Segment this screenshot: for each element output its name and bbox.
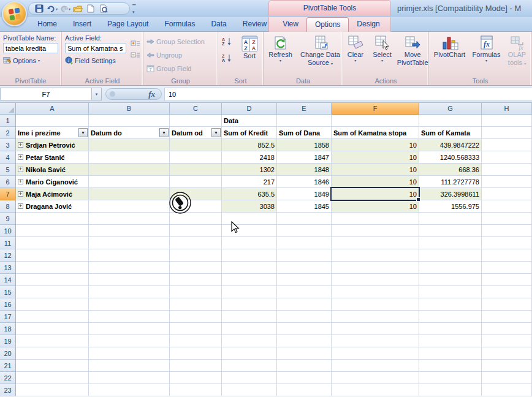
cell-D8[interactable]: 3038 <box>222 200 277 213</box>
cell-B9[interactable] <box>89 213 170 225</box>
cell-G16[interactable] <box>419 298 482 311</box>
expand-button-row3[interactable]: + <box>18 142 23 148</box>
cell-D19[interactable] <box>222 335 277 347</box>
tab-view[interactable]: View <box>275 17 306 32</box>
tab-options[interactable]: Options <box>306 17 349 32</box>
cell-G4[interactable]: 1240.568333 <box>419 151 482 164</box>
pivottable-options-button[interactable]: Options▾ <box>3 55 58 66</box>
cell-H22[interactable] <box>482 372 532 384</box>
cell-H3[interactable] <box>482 139 532 151</box>
cell-C14[interactable] <box>170 274 222 286</box>
cell-D4[interactable]: 2418 <box>222 151 277 164</box>
cell-G15[interactable] <box>419 286 482 298</box>
column-header-G[interactable]: G <box>419 103 482 115</box>
cell-C10[interactable] <box>170 225 222 237</box>
row-header-19[interactable]: 19 <box>0 335 16 347</box>
cell-A20[interactable] <box>16 347 89 360</box>
tab-insert[interactable]: Insert <box>65 17 99 32</box>
cell-G19[interactable] <box>419 335 482 347</box>
cell-B8[interactable] <box>89 200 170 213</box>
row-header-20[interactable]: 20 <box>0 347 16 360</box>
cell-G12[interactable] <box>419 249 482 262</box>
select-all-corner[interactable] <box>0 103 16 115</box>
cell-A3[interactable]: +Srdjan Petrović <box>16 139 89 151</box>
cell-E20[interactable] <box>277 347 332 360</box>
cell-A1[interactable] <box>16 115 89 127</box>
cell-C12[interactable] <box>170 249 222 262</box>
cell-B5[interactable] <box>89 164 170 176</box>
cell-F3[interactable]: 10 <box>332 139 419 151</box>
cell-H6[interactable] <box>482 176 532 188</box>
cell-F20[interactable] <box>332 347 419 360</box>
cell-B21[interactable] <box>89 360 170 372</box>
cell-H14[interactable] <box>482 274 532 286</box>
cell-B20[interactable] <box>89 347 170 360</box>
cell-C5[interactable] <box>170 164 222 176</box>
row-header-9[interactable]: 9 <box>0 213 16 225</box>
cell-E10[interactable] <box>277 225 332 237</box>
cell-A15[interactable] <box>16 286 89 298</box>
cell-F6[interactable]: 10 <box>332 176 419 188</box>
cell-H19[interactable] <box>482 335 532 347</box>
cell-E18[interactable] <box>277 323 332 335</box>
cell-B11[interactable] <box>89 237 170 249</box>
cell-H11[interactable] <box>482 237 532 249</box>
cell-A9[interactable] <box>16 213 89 225</box>
cell-H2[interactable] <box>482 127 532 139</box>
group-field-button[interactable]: 7 Group Field <box>146 62 215 74</box>
row-header-22[interactable]: 22 <box>0 372 16 384</box>
cell-A17[interactable] <box>16 311 89 323</box>
tab-data[interactable]: Data <box>203 17 234 32</box>
cell-G22[interactable] <box>419 372 482 384</box>
cell-F21[interactable] <box>332 360 419 372</box>
cell-D15[interactable] <box>222 286 277 298</box>
cell-C11[interactable] <box>170 237 222 249</box>
cell-E17[interactable] <box>277 311 332 323</box>
cell-D20[interactable] <box>222 347 277 360</box>
cell-F19[interactable] <box>332 335 419 347</box>
row-header-3[interactable]: 3 <box>0 139 16 151</box>
cell-C6[interactable] <box>170 176 222 188</box>
tab-review[interactable]: Review <box>235 17 275 32</box>
row-header-7[interactable]: 7 <box>0 188 16 200</box>
row-header-16[interactable]: 16 <box>0 298 16 311</box>
cell-A19[interactable] <box>16 335 89 347</box>
cell-H21[interactable] <box>482 360 532 372</box>
save-icon[interactable] <box>34 4 45 13</box>
cell-G9[interactable] <box>419 213 482 225</box>
row-header-6[interactable]: 6 <box>0 176 16 188</box>
cell-B14[interactable] <box>89 274 170 286</box>
cell-F5[interactable]: 10 <box>332 164 419 176</box>
group-selection-button[interactable]: Group Selection <box>146 36 215 47</box>
cell-G13[interactable] <box>419 262 482 274</box>
redo-icon[interactable]: ▾ <box>59 4 70 13</box>
cell-H1[interactable] <box>482 115 532 127</box>
clear-button[interactable]: Clear ▾ <box>343 35 368 67</box>
row-header-2[interactable]: 2 <box>0 127 16 139</box>
cell-D5[interactable]: 1302 <box>222 164 277 176</box>
cell-F12[interactable] <box>332 249 419 262</box>
cell-D18[interactable] <box>222 323 277 335</box>
cell-F16[interactable] <box>332 298 419 311</box>
cell-G23[interactable] <box>419 384 482 396</box>
tab-page-layout[interactable]: Page Layout <box>99 17 156 32</box>
cell-E14[interactable] <box>277 274 332 286</box>
cell-E4[interactable]: 1847 <box>277 151 332 164</box>
tab-formulas[interactable]: Formulas <box>156 17 203 32</box>
cell-A5[interactable]: +Nikola Savić <box>16 164 89 176</box>
cell-H23[interactable] <box>482 384 532 396</box>
cell-B23[interactable] <box>89 384 170 396</box>
cell-B4[interactable] <box>89 151 170 164</box>
cell-A2[interactable]: Ime i prezime▼ <box>16 127 89 139</box>
cell-G2[interactable]: Sum of Kamata <box>419 127 482 139</box>
cell-G11[interactable] <box>419 237 482 249</box>
cell-F17[interactable] <box>332 311 419 323</box>
cell-F22[interactable] <box>332 372 419 384</box>
name-box-dropdown-icon[interactable]: ▾ <box>92 88 102 100</box>
cell-C4[interactable] <box>170 151 222 164</box>
cell-C2[interactable]: Datum od▼ <box>170 127 222 139</box>
row-header-11[interactable]: 11 <box>0 237 16 249</box>
expand-button-row7[interactable]: + <box>18 191 23 197</box>
cell-D13[interactable] <box>222 262 277 274</box>
cell-D23[interactable] <box>222 384 277 396</box>
